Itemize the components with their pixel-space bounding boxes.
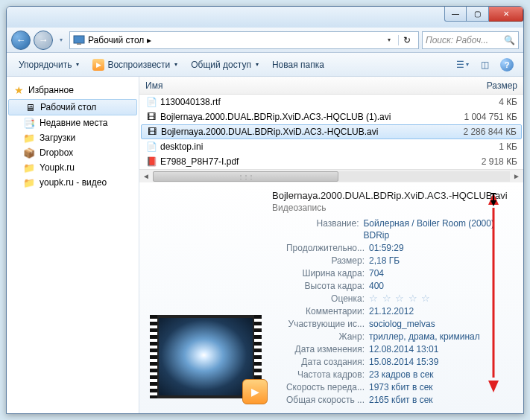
sidebar-item[interactable]: 📦Dropbox (7, 145, 139, 160)
file-size: 4 КБ (435, 97, 517, 107)
svg-rect-0 (74, 36, 84, 43)
sidebar-item[interactable]: 🖥Рабочий стол (8, 99, 137, 115)
back-button[interactable]: ← (11, 31, 31, 50)
meta-label: Оценка: (272, 293, 369, 305)
folder-icon: 📁 (23, 132, 35, 144)
scroll-left-icon[interactable]: ◄ (139, 172, 153, 180)
share-label: Общий доступ (191, 60, 251, 70)
file-icon: 📕 (145, 156, 157, 168)
video-thumbnail[interactable]: ▶ (150, 315, 262, 398)
file-row[interactable]: 📄desktop.ini1 КБ (139, 139, 523, 154)
toolbar: Упорядочить ▾ ▶ Воспроизвести ▾ Общий до… (7, 53, 523, 77)
navigation-bar: ← → ▾ Рабочий стол ▸ ▾ ↻ Поиск: Рабоч...… (7, 28, 523, 53)
meta-value[interactable]: триллер, драма, криминал (369, 331, 480, 343)
forward-button[interactable]: → (34, 31, 53, 50)
meta-label: Частота кадров: (272, 369, 369, 381)
play-overlay-icon: ▶ (242, 379, 268, 404)
meta-row: Частота кадров:23 кадров в сек (272, 369, 513, 381)
refresh-button[interactable]: ↻ (398, 35, 415, 45)
meta-value[interactable]: 01:59:29 (369, 242, 404, 254)
chevron-down-icon: ▾ (256, 61, 259, 68)
file-icon: 📄 (145, 141, 157, 153)
sidebar-item-label: Загрузки (40, 133, 75, 143)
scroll-track[interactable]: ⋮⋮⋮ (153, 171, 510, 182)
file-row[interactable]: 📕E7988_P8H77-I.pdf2 918 КБ (139, 154, 523, 169)
col-name[interactable]: Имя (139, 80, 441, 91)
details-title: Bojlernaya.2000.DUAL.BDRip.XviD.AC3.-HQC… (272, 190, 513, 201)
col-size[interactable]: Размер (441, 80, 523, 91)
meta-value[interactable]: 21.12.2012 (369, 305, 414, 317)
desktop-icon (73, 35, 85, 45)
meta-value[interactable]: 23 кадров в сек (369, 369, 434, 381)
file-size: 2 286 844 КБ (435, 127, 517, 137)
sidebar-item-label: Недавние места (40, 118, 107, 128)
nav-history-drop[interactable]: ▾ (56, 31, 66, 50)
file-row[interactable]: 🎞Bojlernaya.2000.DUAL.BDRip.XviD.AC3.-HQ… (141, 124, 522, 139)
meta-row: Комментарии:21.12.2012 (272, 305, 513, 317)
newfolder-button[interactable]: Новая папка (266, 57, 330, 73)
meta-value[interactable]: ☆ ☆ ☆ ☆ ☆ (369, 293, 431, 305)
meta-row: Жанр:триллер, драма, криминал (272, 331, 513, 343)
search-input[interactable]: Поиск: Рабоч... 🔍 (422, 31, 519, 49)
explorer-window: — ▢ ✕ ← → ▾ Рабочий стол ▸ ▾ ↻ Поиск: Ра… (6, 6, 524, 414)
file-row[interactable]: 📄1130040138.rtf4 КБ (139, 95, 523, 109)
scroll-thumb[interactable]: ⋮⋮⋮ (153, 171, 338, 182)
preview-pane-button[interactable]: ◫ (474, 57, 495, 73)
meta-value[interactable]: 1973 кбит в сек (369, 381, 433, 393)
meta-label: Ширина кадра: (272, 267, 369, 279)
meta-label: Продолжительно... (272, 242, 369, 254)
meta-value[interactable]: sociolog_melvas (369, 318, 435, 330)
file-size: 1 004 751 КБ (435, 112, 517, 122)
help-button[interactable]: ? (496, 57, 517, 73)
meta-value[interactable]: Бойлерная / Boiler Room (2000) BDRip (363, 217, 513, 241)
meta-row: Продолжительно...01:59:29 (272, 242, 513, 254)
folder-icon: 📁 (23, 176, 35, 188)
main-area: Имя Размер 📄1130040138.rtf4 КБ🎞Bojlernay… (139, 77, 523, 413)
chevron-down-icon: ▾ (76, 61, 79, 68)
meta-value[interactable]: 400 (369, 280, 384, 292)
scroll-right-icon[interactable]: ► (510, 172, 523, 180)
meta-label: Дата создания: (272, 356, 369, 368)
favorites-label: Избранное (28, 85, 74, 95)
meta-row: Размер:2,18 ГБ (272, 255, 513, 267)
meta-value[interactable]: 2165 кбит в сек (369, 394, 433, 406)
maximize-button[interactable]: ▢ (467, 7, 489, 22)
meta-value[interactable]: 12.08.2014 13:01 (369, 343, 438, 355)
play-button[interactable]: ▶ Воспроизвести ▾ (86, 56, 183, 74)
sidebar-item[interactable]: 📁Youpk.ru (7, 160, 139, 175)
sidebar-item[interactable]: 📁youpk.ru - видео (7, 175, 139, 190)
play-icon: ▶ (92, 59, 104, 71)
file-name: 1130040138.rtf (160, 97, 435, 107)
organize-button[interactable]: Упорядочить ▾ (13, 57, 85, 73)
play-label: Воспроизвести (107, 60, 170, 70)
share-button[interactable]: Общий доступ ▾ (185, 57, 265, 73)
meta-value[interactable]: 704 (369, 267, 384, 279)
meta-value[interactable]: 15.08.2014 15:39 (369, 356, 438, 368)
star-icon: ★ (14, 84, 24, 96)
meta-label: Скорость переда... (272, 381, 369, 393)
sidebar-item[interactable]: 📑Недавние места (7, 115, 139, 130)
close-button[interactable]: ✕ (489, 7, 523, 22)
address-drop[interactable]: ▾ (383, 36, 395, 43)
sidebar-item-label: Youpk.ru (40, 162, 75, 173)
meta-label: Размер: (272, 255, 369, 267)
sidebar-item[interactable]: 📁Загрузки (7, 130, 139, 145)
meta-label: Комментарии: (272, 305, 369, 317)
minimize-button[interactable]: — (444, 7, 467, 22)
file-row[interactable]: 🎞Bojlernaya.2000.DUAL.BDRip.XviD.AC3.-HQ… (139, 109, 523, 124)
newfolder-label: Новая папка (272, 60, 324, 70)
file-icon: 🎞 (146, 126, 158, 138)
file-name: Bojlernaya.2000.DUAL.BDRip.XviD.AC3.-HQC… (160, 112, 435, 122)
meta-value[interactable]: 2,18 ГБ (369, 255, 400, 267)
chevron-down-icon: ▾ (466, 61, 469, 68)
address-chevron[interactable]: ▸ (147, 35, 151, 45)
meta-label: Дата изменения: (272, 343, 369, 355)
horizontal-scrollbar[interactable]: ◄ ⋮⋮⋮ ► (139, 169, 523, 182)
organize-label: Упорядочить (19, 60, 72, 70)
address-bar[interactable]: Рабочий стол ▸ ▾ ↻ (69, 31, 419, 49)
svg-rect-1 (77, 43, 81, 45)
favorites-header[interactable]: ★ Избранное (7, 81, 139, 99)
chevron-down-icon: ▾ (174, 61, 177, 68)
view-options-button[interactable]: ☰▾ (452, 57, 473, 73)
address-location: Рабочий стол (88, 35, 144, 45)
